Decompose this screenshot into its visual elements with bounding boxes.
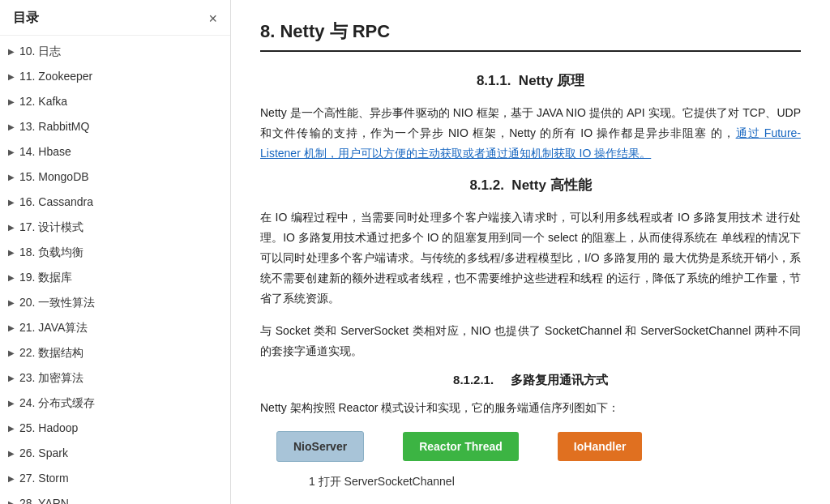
sidebar-item-label-14: 14. Hbase <box>19 143 220 160</box>
sidebar-item-23[interactable]: ▶23. 加密算法 <box>0 365 230 391</box>
sidebar-item-11[interactable]: ▶11. Zookeeper <box>0 64 230 89</box>
sidebar-arrow-21: ▶ <box>8 322 19 334</box>
diagram-intro: Netty 架构按照 Reactor 模式设计和实现，它的服务端通信序列图如下： <box>260 398 801 418</box>
main-content: 8. Netty 与 RPC 8.1.1. Netty 原理 Netty 是一个… <box>231 0 830 504</box>
sidebar-header: 目录 × <box>0 0 230 36</box>
sidebar-title: 目录 <box>13 10 39 27</box>
sidebar-arrow-25: ▶ <box>8 422 19 434</box>
sidebar-item-26[interactable]: ▶26. Spark <box>0 441 230 466</box>
sidebar-arrow-12: ▶ <box>8 96 19 108</box>
nioserver-box: NioServer <box>276 431 364 462</box>
sidebar-item-label-23: 23. 加密算法 <box>19 369 220 387</box>
sidebar-item-20[interactable]: ▶20. 一致性算法 <box>0 290 230 315</box>
sidebar-arrow-27: ▶ <box>8 472 19 485</box>
sidebar-item-17[interactable]: ▶17. 设计模式 <box>0 215 230 240</box>
close-button[interactable]: × <box>208 11 217 26</box>
sidebar-item-25[interactable]: ▶25. Hadoop <box>0 416 230 441</box>
sidebar-arrow-19: ▶ <box>8 271 19 284</box>
paragraph-8-1-2-b: 与 Socket 类和 ServerSocket 类相对应，NIO 也提供了 S… <box>260 321 801 361</box>
sidebar-item-28[interactable]: ▶28. YARN <box>0 491 230 504</box>
sidebar-item-14[interactable]: ▶14. Hbase <box>0 139 230 164</box>
sidebar-arrow-16: ▶ <box>8 196 19 208</box>
diagram-step-1: 1 打开 ServerSocketChannel <box>309 472 455 489</box>
sidebar-arrow-23: ▶ <box>8 372 19 384</box>
sidebar-item-label-18: 18. 负载均衡 <box>19 244 220 261</box>
paragraph-8-1-2-a: 在 IO 编程过程中，当需要同时处理多个客户端接入请求时，可以利用多线程或者 I… <box>260 207 801 310</box>
sidebar-item-label-10: 10. 日志 <box>19 43 220 60</box>
sidebar-arrow-10: ▶ <box>8 45 19 58</box>
sidebar-arrow-18: ▶ <box>8 246 19 258</box>
sidebar-item-label-28: 28. YARN <box>19 495 220 504</box>
sidebar-item-label-19: 19. 数据库 <box>19 269 220 286</box>
sidebar-arrow-17: ▶ <box>8 221 19 233</box>
sidebar-item-12[interactable]: ▶12. Kafka <box>0 89 230 114</box>
sidebar-item-label-27: 27. Storm <box>19 470 220 487</box>
sidebar-item-22[interactable]: ▶22. 数据结构 <box>0 340 230 365</box>
sidebar-item-18[interactable]: ▶18. 负载均衡 <box>0 240 230 265</box>
subsubsection-title-8-1-2-1: 8.1.2.1. 多路复用通讯方式 <box>260 373 801 388</box>
sidebar: 目录 × ▶10. 日志▶11. Zookeeper▶12. Kafka▶13.… <box>0 0 231 504</box>
future-listener-link[interactable]: 通过 Future-Listener 机制，用户可以方便的主动获取或者通过通知机… <box>260 126 801 160</box>
sidebar-item-label-20: 20. 一致性算法 <box>19 294 220 311</box>
sidebar-item-27[interactable]: ▶27. Storm <box>0 466 230 491</box>
step-label: 1 打开 ServerSocketChannel <box>309 475 455 489</box>
sidebar-arrow-14: ▶ <box>8 146 19 158</box>
diagram-boxes: NioServer Reactor Thread IoHandler <box>276 431 642 462</box>
sidebar-arrow-26: ▶ <box>8 447 19 459</box>
sidebar-item-label-13: 13. RabbitMQ <box>19 118 220 135</box>
iohandler-box: IoHandler <box>558 432 643 461</box>
sidebar-item-label-16: 16. Cassandra <box>19 194 220 211</box>
sidebar-arrow-11: ▶ <box>8 70 19 83</box>
sidebar-item-label-21: 21. JAVA算法 <box>19 319 220 336</box>
subsection-title-8-1-1: 8.1.1. Netty 原理 <box>260 71 801 90</box>
sidebar-item-label-25: 25. Hadoop <box>19 420 220 437</box>
sidebar-item-19[interactable]: ▶19. 数据库 <box>0 265 230 290</box>
sidebar-item-24[interactable]: ▶24. 分布式缓存 <box>0 391 230 416</box>
section-title: 8. Netty 与 RPC <box>260 19 801 52</box>
sidebar-item-15[interactable]: ▶15. MongoDB <box>0 164 230 190</box>
sidebar-item-label-12: 12. Kafka <box>19 93 220 110</box>
sidebar-item-label-17: 17. 设计模式 <box>19 219 220 236</box>
paragraph-8-1-1: Netty 是一个高性能、异步事件驱动的 NIO 框架，基于 JAVA NIO … <box>260 103 801 164</box>
sidebar-list: ▶10. 日志▶11. Zookeeper▶12. Kafka▶13. Rabb… <box>0 36 230 504</box>
sidebar-arrow-15: ▶ <box>8 171 19 183</box>
sidebar-item-10[interactable]: ▶10. 日志 <box>0 39 230 64</box>
sidebar-item-label-24: 24. 分布式缓存 <box>19 395 220 412</box>
sidebar-item-16[interactable]: ▶16. Cassandra <box>0 190 230 215</box>
sidebar-item-13[interactable]: ▶13. RabbitMQ <box>0 114 230 139</box>
sidebar-item-21[interactable]: ▶21. JAVA算法 <box>0 315 230 340</box>
sidebar-arrow-24: ▶ <box>8 397 19 409</box>
sidebar-item-label-22: 22. 数据结构 <box>19 344 220 361</box>
sidebar-arrow-22: ▶ <box>8 347 19 359</box>
sidebar-item-label-26: 26. Spark <box>19 445 220 462</box>
sidebar-item-label-15: 15. MongoDB <box>19 169 220 186</box>
diagram-area: NioServer Reactor Thread IoHandler 1 打开 … <box>260 431 801 489</box>
subsection-title-8-1-2: 8.1.2. Netty 高性能 <box>260 176 801 194</box>
reactor-thread-box: Reactor Thread <box>403 432 519 461</box>
sidebar-arrow-28: ▶ <box>8 498 19 504</box>
sidebar-arrow-20: ▶ <box>8 297 19 309</box>
sidebar-item-label-11: 11. Zookeeper <box>19 68 220 85</box>
sidebar-arrow-13: ▶ <box>8 121 19 133</box>
